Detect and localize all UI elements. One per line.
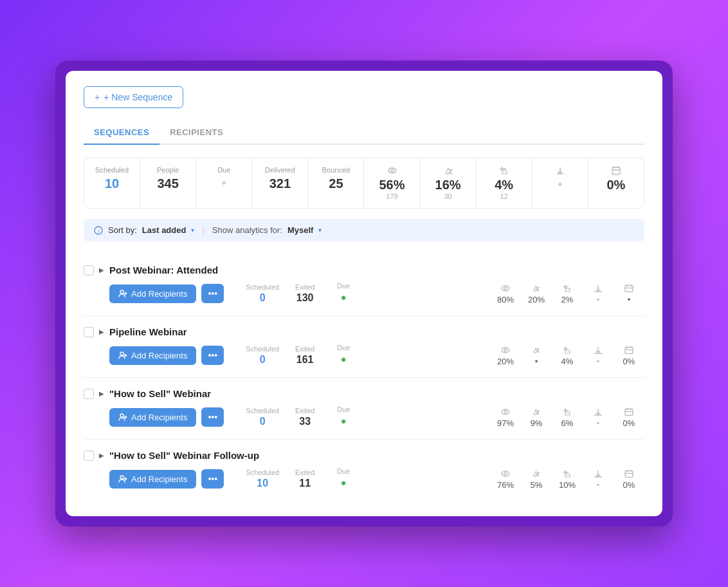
open-val: 97% [495,418,516,428]
add-recipients-label: Add Recipients [131,289,187,299]
sequence-checkbox[interactable] [84,451,94,461]
sort-by-value[interactable]: Last added [142,225,187,235]
seq-click-stat: 20% [521,283,552,304]
expand-icon[interactable]: ▶ [99,390,104,397]
click-val: 5% [526,480,547,490]
more-options-button[interactable]: ••• [201,407,224,427]
new-sequence-button[interactable]: + + New Sequence [84,86,183,108]
open-val: 80% [495,295,516,304]
sequence-header: ▶ "How to Sell" Webinar Follow-up [84,450,644,461]
click-val: 20% [526,295,547,304]
sort-dropdown-arrow[interactable]: ▾ [191,227,194,234]
main-card: + + New Sequence SEQUENCES RECIPIENTS Sc… [66,71,662,516]
sequence-checkbox[interactable] [84,327,94,337]
sequence-checkbox[interactable] [84,389,94,399]
more-options-button[interactable]: ••• [201,346,224,365]
show-analytics-label: Show analytics for: [212,225,282,235]
svg-point-11 [504,349,507,351]
analytics-dropdown-arrow[interactable]: ▾ [318,227,322,234]
show-analytics-value[interactable]: Myself [287,225,313,235]
open-icon [501,284,510,292]
download-val: • [588,418,608,428]
tab-recipients[interactable]: RECIPIENTS [159,121,233,144]
plus-icon: + [95,92,100,102]
tab-sequences[interactable]: SEQUENCES [84,121,159,145]
filter-separator: | [202,225,204,235]
calendar-val: 0% [619,480,639,490]
seq-open-stat: 76% [490,469,521,490]
add-recipients-icon [118,413,127,422]
svg-rect-12 [625,347,633,353]
expand-icon[interactable]: ▶ [99,452,104,459]
sequence-name: Post Webinar: Attended [109,265,218,275]
add-recipients-button[interactable]: Add Recipients [109,346,196,365]
seq-download-stat: • [583,469,614,490]
seq-stat-due: Due • [324,405,363,429]
sequence-item: ▶ "How to Sell" Webinar Follow-up Add Re… [84,440,644,501]
stat-click: 16% 30 [421,158,477,208]
download-val: • [588,357,608,366]
stat-people: People 345 [140,158,196,208]
svg-rect-2 [612,167,620,174]
sequence-right-stats: 80% 20% 2% • • [490,283,644,304]
seq-reply-stat: 6% [552,407,583,428]
seq-calendar-stat: • [614,283,644,304]
add-recipients-button[interactable]: Add Recipients [109,470,196,489]
open-val: 76% [495,480,516,490]
open-icon [501,470,510,478]
add-recipients-button[interactable]: Add Recipients [109,284,196,303]
seq-stat-exited: Exited 161 [286,345,324,366]
seq-stats-group: Scheduled 0 Exited 130 Due • [239,282,363,305]
svg-text:i: i [98,228,100,234]
sequence-right-stats: 20% • 4% • 0% [490,345,644,366]
calendar-icon [624,284,633,292]
seq-stats-group: Scheduled 0 Exited 33 Due • [239,405,363,429]
sequence-checkbox[interactable] [84,265,94,275]
sequence-row: Add Recipients ••• Scheduled 10 Exited 1… [84,467,644,490]
expand-icon[interactable]: ▶ [99,266,104,274]
svg-rect-16 [625,409,633,415]
svg-point-14 [502,409,509,415]
seq-stat-exited: Exited 130 [286,283,324,304]
calendar-val: • [619,295,639,304]
svg-point-7 [504,287,507,290]
reply-val: 4% [557,357,578,366]
open-val: 20% [495,357,516,366]
seq-reply-stat: 2% [552,283,583,304]
sequence-name: "How to Sell" Webinar Follow-up [109,450,259,461]
seq-stat-scheduled: Scheduled 0 [239,407,286,427]
svg-point-13 [120,414,123,417]
seq-click-stat: • [521,345,552,366]
sequence-row: Add Recipients ••• Scheduled 0 Exited 16… [84,344,644,367]
sequence-list: ▶ Post Webinar: Attended Add Recipients … [84,254,644,501]
add-recipients-label: Add Recipients [131,413,187,422]
more-options-button[interactable]: ••• [201,284,224,303]
seq-click-stat: 9% [521,407,552,428]
expand-icon[interactable]: ▶ [99,328,104,335]
seq-download-stat: • [583,283,614,304]
reply-icon [563,470,572,478]
click-val: 9% [526,418,547,428]
more-options-button[interactable]: ••• [201,469,224,489]
download-val: • [588,480,608,490]
seq-stat-exited: Exited 11 [286,469,324,489]
calendar-icon [624,470,633,478]
calendar-val: 0% [619,357,639,366]
open-icon [501,346,510,354]
add-recipients-icon [118,474,127,483]
reply-icon [563,284,572,292]
reply-val: 10% [557,480,578,490]
stat-bounced: Bounced 25 [308,158,364,208]
click-icon [532,346,541,354]
calendar-icon [624,408,633,416]
calendar-icon [624,346,633,354]
new-sequence-label: + New Sequence [104,92,172,102]
seq-stat-scheduled: Scheduled 0 [239,345,286,366]
sequence-header: ▶ "How to Sell" Webinar [84,388,644,399]
add-recipients-button[interactable]: Add Recipients [109,408,196,427]
app-container: + + New Sequence SEQUENCES RECIPIENTS Sc… [55,61,673,526]
seq-stat-due: Due • [324,344,363,367]
sequence-actions: Add Recipients ••• [109,407,224,427]
seq-open-stat: 97% [490,407,521,428]
download-val: • [588,295,608,304]
